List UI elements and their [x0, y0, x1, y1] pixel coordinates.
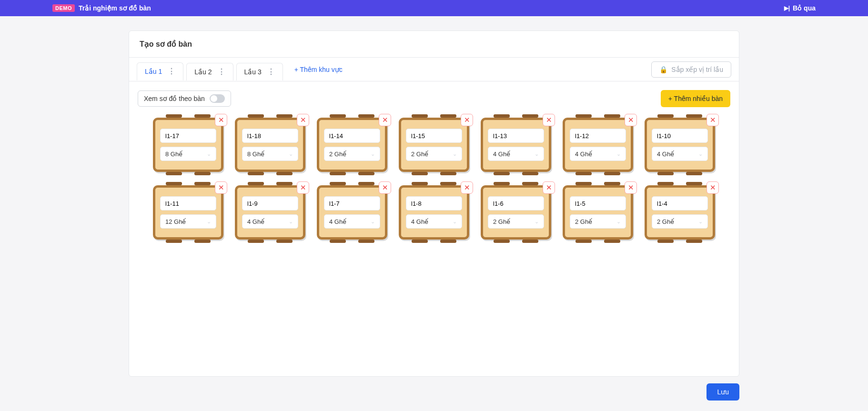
chair-icon: [686, 240, 702, 243]
toolbar: Xem sơ đồ theo bàn + Thêm nhiều bàn: [138, 90, 730, 107]
delete-table-button[interactable]: ✕: [379, 181, 391, 194]
table-surface: 8 Ghế⌄: [235, 118, 305, 172]
toggle-switch[interactable]: [210, 94, 225, 103]
table-name-input[interactable]: [242, 196, 298, 211]
table-name-input[interactable]: [570, 129, 626, 143]
more-vertical-icon[interactable]: ⋮: [168, 68, 175, 75]
table-card: ✕2 Ghế⌄: [563, 185, 633, 240]
seat-count-select[interactable]: 2 Ghế⌄: [488, 214, 544, 229]
table-name-input[interactable]: [242, 129, 298, 143]
chair-icon: [412, 182, 428, 185]
chair-icon: [575, 114, 592, 118]
delete-table-button[interactable]: ✕: [215, 114, 227, 126]
table-name-input[interactable]: [652, 129, 708, 143]
table-surface: 4 Ghế⌄: [563, 118, 633, 172]
close-icon: ✕: [628, 183, 634, 192]
chair-icon: [330, 172, 346, 175]
tab-label: Lầu 3: [244, 68, 262, 76]
table-name-input[interactable]: [488, 129, 544, 143]
chair-icon: [358, 172, 374, 175]
seat-count-select[interactable]: 2 Ghế⌄: [652, 214, 708, 229]
add-area-button[interactable]: + Thêm khu vực: [286, 61, 351, 78]
view-by-table-toggle[interactable]: Xem sơ đồ theo bàn: [138, 90, 231, 107]
close-icon: ✕: [546, 116, 552, 124]
chair-icon: [412, 172, 428, 175]
seat-count-select[interactable]: 2 Ghế⌄: [406, 147, 462, 161]
table-name-input[interactable]: [160, 196, 216, 211]
seat-count-select[interactable]: 4 Ghế⌄: [488, 147, 544, 161]
chair-icon: [194, 182, 211, 185]
chair-icon: [248, 182, 264, 185]
seat-count-value: 4 Ghế: [411, 218, 428, 225]
table-name-input[interactable]: [652, 196, 708, 211]
table-name-input[interactable]: [570, 196, 626, 211]
chair-icon: [194, 240, 211, 243]
close-icon: ✕: [710, 116, 716, 124]
chair-icon: [276, 240, 293, 243]
seat-count-select[interactable]: 4 Ghế⌄: [570, 147, 626, 161]
table-surface: 4 Ghế⌄: [481, 118, 551, 172]
delete-table-button[interactable]: ✕: [297, 181, 309, 194]
close-icon: ✕: [546, 183, 552, 192]
delete-table-button[interactable]: ✕: [297, 114, 309, 126]
seat-count-value: 2 Ghế: [329, 150, 346, 158]
delete-table-button[interactable]: ✕: [543, 114, 555, 126]
tab-floor-2[interactable]: Lầu 2 ⋮: [186, 63, 233, 80]
chevron-down-icon: ⌄: [616, 151, 621, 157]
seat-count-select[interactable]: 4 Ghế⌄: [324, 214, 380, 229]
table-name-input[interactable]: [488, 196, 544, 211]
chair-icon: [330, 114, 346, 118]
table-name-input[interactable]: [406, 129, 462, 143]
delete-table-button[interactable]: ✕: [461, 181, 473, 194]
seat-count-select[interactable]: 2 Ghế⌄: [570, 214, 626, 229]
seat-count-value: 2 Ghế: [575, 218, 592, 225]
delete-table-button[interactable]: ✕: [543, 181, 555, 194]
seat-count-select[interactable]: 2 Ghế⌄: [324, 147, 380, 161]
seat-count-value: 2 Ghế: [411, 150, 428, 158]
tab-floor-3[interactable]: Lầu 3 ⋮: [236, 63, 283, 80]
skip-button[interactable]: ▶| Bỏ qua: [784, 4, 816, 12]
delete-table-button[interactable]: ✕: [707, 181, 719, 194]
table-name-input[interactable]: [324, 196, 380, 211]
chair-icon: [440, 182, 456, 185]
table-surface: 8 Ghế⌄: [153, 118, 223, 172]
add-many-tables-button[interactable]: + Thêm nhiều bàn: [661, 90, 730, 107]
delete-table-button[interactable]: ✕: [625, 114, 637, 126]
table-surface: 4 Ghế⌄: [399, 185, 469, 240]
seat-count-value: 2 Ghế: [493, 218, 510, 225]
delete-table-button[interactable]: ✕: [215, 181, 227, 194]
sort-floors-button[interactable]: 🔒 Sắp xếp vị trí lầu: [651, 61, 731, 78]
chair-icon: [657, 182, 674, 185]
table-card: ✕4 Ghế⌄: [645, 118, 715, 172]
seat-count-select[interactable]: 12 Ghế⌄: [160, 214, 216, 229]
chair-icon: [358, 182, 374, 185]
seat-count-select[interactable]: 8 Ghế⌄: [242, 147, 298, 161]
seat-count-select[interactable]: 4 Ghế⌄: [242, 214, 298, 229]
seat-count-value: 4 Ghế: [657, 150, 674, 158]
more-vertical-icon[interactable]: ⋮: [218, 68, 225, 76]
seat-count-select[interactable]: 4 Ghế⌄: [406, 214, 462, 229]
tab-floor-1[interactable]: Lầu 1 ⋮: [137, 62, 183, 80]
more-vertical-icon[interactable]: ⋮: [267, 68, 275, 76]
table-name-input[interactable]: [406, 196, 462, 211]
seat-count-value: 8 Ghế: [165, 150, 182, 158]
chair-icon: [440, 114, 456, 118]
tabs-row: Lầu 1 ⋮ Lầu 2 ⋮ Lầu 3 ⋮ + Thêm khu vực 🔒…: [129, 58, 739, 81]
chevron-down-icon: ⌄: [207, 151, 211, 157]
seat-count-select[interactable]: 8 Ghế⌄: [160, 147, 216, 161]
table-name-input[interactable]: [324, 129, 380, 143]
seat-count-select[interactable]: 4 Ghế⌄: [652, 147, 708, 161]
delete-table-button[interactable]: ✕: [625, 181, 637, 194]
chair-icon: [657, 114, 674, 118]
table-card: ✕2 Ghế⌄: [317, 118, 387, 172]
table-card: ✕4 Ghế⌄: [481, 118, 551, 172]
save-button[interactable]: Lưu: [707, 383, 739, 401]
chair-icon: [276, 114, 293, 118]
table-card: ✕2 Ghế⌄: [645, 185, 715, 240]
delete-table-button[interactable]: ✕: [461, 114, 473, 126]
delete-table-button[interactable]: ✕: [379, 114, 391, 126]
chevron-down-icon: ⌄: [535, 151, 539, 157]
table-name-input[interactable]: [160, 129, 216, 143]
chair-icon: [440, 172, 456, 175]
delete-table-button[interactable]: ✕: [707, 114, 719, 126]
